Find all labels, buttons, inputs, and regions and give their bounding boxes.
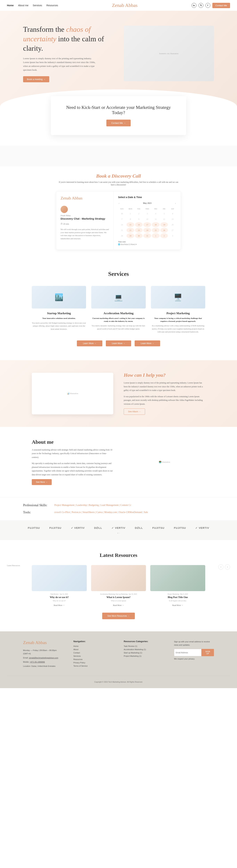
- footer-link[interactable]: Services: [73, 655, 113, 657]
- about-text: About me A seasoned marketing advisor wi…: [32, 439, 113, 485]
- host-name: Zenab Abbas: [61, 214, 109, 216]
- help-p2: It was popularised in the 1960s with the…: [124, 395, 205, 406]
- see-more-button[interactable]: See More →: [32, 479, 52, 485]
- help-p1: Lorem Ipsum is simply dummy text of the …: [124, 381, 205, 392]
- more-resources-button[interactable]: See More Resources →: [102, 613, 135, 619]
- contact-button[interactable]: Contact Me: [212, 3, 230, 8]
- calendar-day: 8: [127, 217, 134, 221]
- timezone-select[interactable]: 🌐 Asia/Dubai (5:00am) ▾: [118, 243, 176, 245]
- facebook-icon[interactable]: f: [205, 3, 210, 8]
- calendar-day[interactable]: 17: [143, 222, 151, 227]
- calendar-day[interactable]: 29: [127, 233, 134, 238]
- timezone: Time zone 🌐 Asia/Dubai (5:00am) ▾: [118, 241, 176, 245]
- signup-text: Sign up with your email address to recei…: [174, 640, 214, 647]
- footer-category-link[interactable]: Task Review (1): [124, 645, 164, 647]
- footer-category-link[interactable]: Acceleration Marketing (1): [124, 648, 164, 650]
- resource-card[interactable]: Project Marketing · Mar 9, 2023 Blog Pos…: [150, 565, 205, 607]
- footer-link[interactable]: Resources: [73, 658, 113, 660]
- footer-link[interactable]: Home: [73, 645, 113, 647]
- linkedin-icon[interactable]: in: [192, 3, 196, 8]
- hero-heading: Transform the chaos of uncertainty into …: [23, 25, 113, 53]
- nav-services[interactable]: Services: [33, 4, 42, 7]
- resource-title: Why do we use it?: [32, 596, 87, 599]
- discovery-heading: Book a Discovery Call: [3, 173, 234, 179]
- read-more-link[interactable]: Read More →: [113, 604, 124, 606]
- calendar-day[interactable]: 1: [152, 233, 160, 238]
- footer-signup: Sign up with your email address to recei…: [174, 640, 214, 669]
- service-text: As a marketing advisor with a deep under…: [151, 324, 205, 334]
- partner-logo: ✓ VERTIV: [71, 526, 85, 529]
- resource-category: Task Review · Apr 12, 2023: [32, 593, 87, 595]
- calendar-day: 4: [152, 211, 160, 216]
- learn-more-button[interactable]: Learn More →: [135, 340, 160, 346]
- resource-card[interactable]: Acceleration Marketing, Start up Marketi…: [91, 565, 146, 607]
- calendar-info: Zenab Abbas Zenab Abbas Discovery Chat -…: [56, 191, 114, 250]
- calendar-day[interactable]: 19: [160, 222, 168, 227]
- see-album-button[interactable]: See Album →: [124, 408, 145, 415]
- calendar-day[interactable]: 26: [160, 228, 168, 232]
- calendar-day[interactable]: 31: [143, 233, 151, 238]
- about-p1: A seasoned marketing advisor with strate…: [32, 448, 113, 459]
- service-title: Startup Marketing: [32, 312, 86, 315]
- logo[interactable]: Zenab Abbas: [112, 3, 138, 8]
- about-section: About me A seasoned marketing advisor wi…: [0, 427, 237, 497]
- contact-me-button[interactable]: Contact Me →: [106, 120, 131, 126]
- learn-more-button[interactable]: Learn More →: [106, 340, 131, 346]
- avatar: [61, 206, 68, 213]
- calendar-day[interactable]: 23: [135, 228, 143, 232]
- help-text: How can I help you? Lorem Ipsum is simpl…: [124, 372, 205, 415]
- services-grid: 🏙️ Startup Marketing Your innovative sol…: [32, 286, 205, 334]
- read-more-link[interactable]: Read More →: [54, 604, 65, 606]
- prev-month-icon[interactable]: ‹: [118, 201, 120, 205]
- footer-link[interactable]: About: [73, 648, 113, 650]
- learn-more-button[interactable]: Learn More →: [77, 340, 102, 346]
- resource-card[interactable]: Task Review · Apr 12, 2023 Why do we use…: [32, 565, 87, 607]
- next-arrow-icon[interactable]: ›: [225, 564, 230, 569]
- service-text: You need a powerful, full fledged market…: [32, 321, 86, 331]
- calendar-day[interactable]: 18: [152, 222, 160, 227]
- main-nav: Home About me Services Resources: [7, 4, 58, 7]
- twitter-icon[interactable]: 𝕏: [199, 3, 203, 8]
- meeting-title: Discovery Chat - Marketing Strategy: [61, 217, 109, 220]
- tools-label: Tools:: [23, 510, 54, 514]
- calendar-day[interactable]: 24: [143, 228, 151, 232]
- calendar-day: 5: [160, 211, 168, 216]
- services-heading: Services: [3, 271, 234, 277]
- footer-link[interactable]: Terms of Service: [73, 665, 113, 667]
- calendar-day: 11: [152, 217, 160, 221]
- calendar-day[interactable]: 2: [160, 233, 168, 238]
- calendar-day: 21: [118, 228, 126, 232]
- footer-category-link[interactable]: Start up Marketing (1): [124, 652, 164, 654]
- footer-link[interactable]: Contact: [73, 652, 113, 654]
- footer-category-link[interactable]: Project Marketing (1): [124, 655, 164, 657]
- resources-arrows: ‹ ›: [218, 564, 230, 569]
- email-input[interactable]: [174, 649, 201, 656]
- read-more-link[interactable]: Read More →: [172, 604, 183, 606]
- signup-button[interactable]: SIGN UP: [201, 649, 214, 656]
- calendar-grid: SUNMONTUEWEDTHUFRISAT3012345678910111213…: [118, 207, 176, 238]
- nav-about[interactable]: About me: [18, 4, 29, 7]
- calendar-day[interactable]: 16: [135, 222, 143, 227]
- resource-title: What is Lorem Ipsum?: [91, 596, 146, 599]
- calendar-day[interactable]: 15: [127, 222, 134, 227]
- resource-image: [32, 565, 87, 591]
- footer-contact: Zenab Abbas Monday — Friday | 09:00am – …: [23, 640, 63, 669]
- calendar-day: 3: [143, 211, 151, 216]
- nav-home[interactable]: Home: [7, 4, 14, 7]
- dots-background: [0, 146, 237, 166]
- prev-arrow-icon[interactable]: ‹: [218, 564, 224, 569]
- calendar-day[interactable]: 22: [127, 228, 134, 232]
- services-section: Services 🏙️ Startup Marketing Your innov…: [0, 257, 237, 360]
- book-meeting-button[interactable]: Book a meeting →: [23, 76, 49, 82]
- calendar-day[interactable]: 25: [152, 228, 160, 232]
- calendar-day: 2: [135, 211, 143, 216]
- meeting-description: We will work through your pain points, h…: [61, 228, 109, 240]
- resources-label: Latest Resources: [7, 564, 20, 566]
- resource-subtitle: It all begins with an idea.: [150, 600, 205, 602]
- carousel-dots[interactable]: ● ○: [0, 532, 237, 534]
- calendar-day[interactable]: 30: [135, 233, 143, 238]
- footer-link[interactable]: Privacy Policy: [73, 661, 113, 664]
- next-month-icon[interactable]: ›: [174, 201, 176, 205]
- footer-mobile: Mobile: +971-55-1806866: [23, 660, 63, 664]
- nav-resources[interactable]: Resources: [46, 4, 58, 7]
